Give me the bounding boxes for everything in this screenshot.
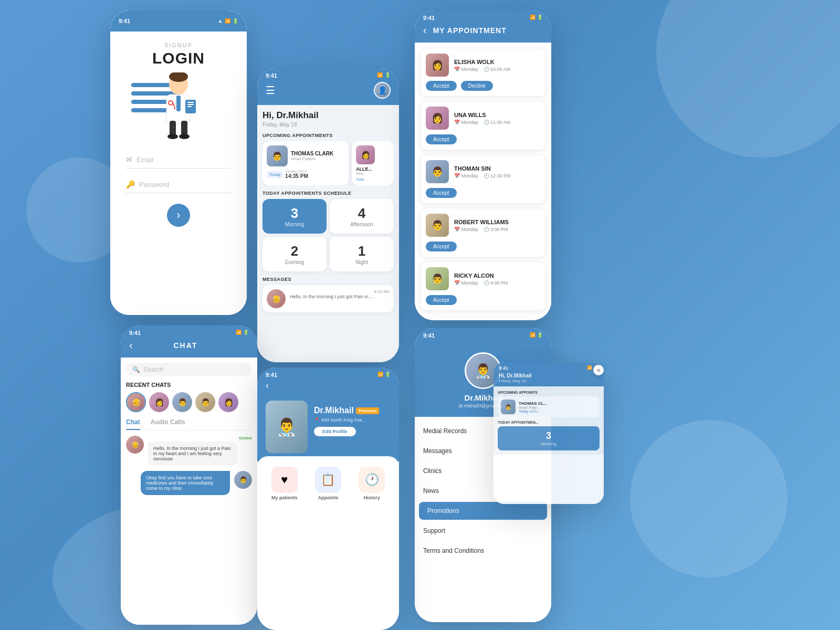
mini-morning-label: Morning bbox=[502, 442, 595, 446]
svg-point-7 bbox=[179, 134, 190, 139]
appointment-card-2[interactable]: 👩 ALLE... Hea... Toda... bbox=[352, 141, 394, 185]
robert-accept-btn[interactable]: Accept bbox=[426, 242, 457, 251]
patient-item-3[interactable]: 👨 THOMAN SIN 📅 Monday 🕙 12:30 PM Accept bbox=[420, 154, 546, 204]
dash-status-icons: 📶🔋 bbox=[377, 72, 391, 79]
chat-avatar-1[interactable]: 👴 bbox=[126, 392, 146, 412]
patient-item-5[interactable]: 👨 RICKY ALCON 📅 Monday 🕙 4:00 PM Accept bbox=[420, 261, 546, 311]
afternoon-count: 4 bbox=[336, 205, 387, 222]
search-icon: 🔍 bbox=[132, 366, 140, 373]
heart-icon: ♥ bbox=[271, 467, 298, 493]
una-accept-btn[interactable]: Accept bbox=[426, 134, 457, 144]
search-bar[interactable]: 🔍 Search bbox=[126, 363, 252, 376]
morning-count: 3 bbox=[269, 205, 320, 222]
message-time: 8:32 AM bbox=[290, 289, 390, 294]
una-name: UNA WILLS bbox=[454, 112, 510, 118]
patient-item-1[interactable]: 👩 ELISHA WOLK 📅 Monday 🕙 10:00 AM Accept… bbox=[420, 48, 546, 97]
patient-back-button[interactable]: ‹ bbox=[266, 380, 391, 391]
thoman-accept-btn[interactable]: Accept bbox=[426, 188, 457, 198]
profile-status-icons: 📶🔋 bbox=[530, 332, 543, 339]
message-avatar: 👴 bbox=[267, 289, 286, 308]
mini-morning-count: 3 bbox=[502, 430, 595, 442]
patient1-time: 14:35 PM bbox=[285, 173, 308, 179]
robert-day: 📅 Monday bbox=[454, 227, 478, 232]
mini-morning-card[interactable]: 3 Morning bbox=[498, 426, 600, 450]
appoints-icon-item[interactable]: 📋 Appoints bbox=[315, 467, 341, 500]
chat-avatar-4[interactable]: 👨 bbox=[195, 392, 215, 412]
patient1-date: 18 May 2019 bbox=[285, 170, 308, 173]
evening-count: 2 bbox=[269, 243, 320, 259]
history-icon-item[interactable]: 🕐 History bbox=[359, 467, 385, 500]
password-field[interactable]: 🔑 Password bbox=[126, 176, 231, 193]
elisha-accept-btn[interactable]: Accept bbox=[426, 81, 457, 91]
patient2-day: Toda... bbox=[356, 177, 390, 181]
menu-promotions[interactable]: Promotions bbox=[419, 502, 547, 520]
login-status-time: 9:41 bbox=[119, 18, 130, 24]
mini-apt-card[interactable]: 👨 THOMAS CL... Heart Patie... Today 14:3… bbox=[498, 396, 600, 417]
chat-msg-avatar-1: 👴 bbox=[126, 436, 144, 454]
email-icon: ✉ bbox=[126, 155, 132, 164]
calendar-icon: 📋 bbox=[315, 467, 341, 493]
svg-rect-10 bbox=[187, 104, 194, 105]
email-field[interactable]: ✉ Email bbox=[126, 151, 231, 169]
my-patients-label: My patients bbox=[271, 495, 298, 500]
chat-back-button[interactable]: ‹ bbox=[129, 339, 133, 351]
appointment-card-1[interactable]: 👨 THOMAS CLARK Heart Patient Today 18 Ma… bbox=[262, 141, 349, 185]
robert-name: ROBERT WILLIAMS bbox=[454, 219, 509, 225]
login-screen: 9:41 ▲📶🔋 SIGNUP LOGIN bbox=[110, 10, 247, 315]
login-title: LOGIN bbox=[126, 49, 231, 67]
schedule-afternoon[interactable]: 4 Afternoon bbox=[330, 199, 394, 234]
email-placeholder: Email bbox=[136, 156, 154, 164]
appt-status-icons: 📶🔋 bbox=[530, 15, 543, 21]
thoman-day: 📅 Monday bbox=[454, 173, 478, 178]
schedule-night[interactable]: 1 Night bbox=[330, 237, 394, 271]
menu-support[interactable]: Support bbox=[415, 521, 551, 541]
patient-item-4[interactable]: 👨 ROBERT WILLIAMS 📅 Monday 🕙 3:00 PM Acc… bbox=[420, 208, 546, 257]
mini-upcoming-label: UPCOMING APPOINTS bbox=[498, 391, 600, 394]
user-avatar[interactable]: 👤 bbox=[374, 82, 391, 99]
overlay-close-button[interactable]: ✕ bbox=[593, 365, 604, 375]
ricky-name: RICKY ALCON bbox=[454, 272, 508, 279]
online-badge: Online bbox=[148, 436, 252, 440]
chat-screen-title: CHAT bbox=[139, 341, 232, 350]
patient1-type: Heart Patient bbox=[291, 156, 333, 161]
thoman-avatar: 👨 bbox=[426, 160, 449, 183]
messages-title: MESSAGES bbox=[262, 277, 394, 282]
elisha-avatar: 👩 bbox=[426, 54, 449, 77]
patient2-name: ALLE... bbox=[356, 166, 390, 172]
schedule-evening[interactable]: 2 Evening bbox=[262, 237, 327, 271]
chat-avatar-2[interactable]: 👩 bbox=[149, 392, 169, 412]
patient-icons: ♥ My patients 📋 Appoints 🕐 History bbox=[262, 467, 394, 500]
message-text: Hello, In the morning I just got Pain in… bbox=[290, 294, 390, 299]
history-icon: 🕐 bbox=[359, 467, 385, 493]
svg-rect-3 bbox=[176, 96, 181, 111]
password-placeholder: Password bbox=[139, 181, 169, 188]
edit-profile-button[interactable]: Edit Profile bbox=[314, 427, 356, 436]
ricky-accept-btn[interactable]: Accept bbox=[426, 295, 457, 305]
chat-tab[interactable]: Chat bbox=[126, 418, 140, 430]
mini-apt-name: THOMAS CL... bbox=[519, 401, 547, 406]
ricky-avatar: 👨 bbox=[426, 267, 449, 290]
my-patients-icon[interactable]: ♥ My patients bbox=[271, 467, 298, 500]
hamburger-menu[interactable]: ☰ bbox=[266, 84, 275, 97]
chat-message-2: Okay first you have to take your medicin… bbox=[126, 471, 252, 495]
recent-chats-label: RECENT CHATS bbox=[126, 382, 252, 388]
patient-item-2[interactable]: 👩 UNA WILLS 📅 Monday 🕙 11:30 AM Accept bbox=[420, 101, 546, 150]
svg-rect-9 bbox=[187, 102, 194, 103]
elisha-decline-btn[interactable]: Decline bbox=[461, 81, 493, 91]
mini-date: Friday, May 19 bbox=[499, 379, 598, 383]
patient1-avatar: 👨 bbox=[267, 145, 288, 166]
chat-avatar-3[interactable]: 👨 bbox=[172, 392, 192, 412]
signup-label: SIGNUP bbox=[126, 42, 231, 48]
mini-schedule-label: TODAY APPOINTMEN... bbox=[498, 421, 600, 424]
night-label: Night bbox=[336, 259, 387, 265]
chat-avatar-5[interactable]: 👩 bbox=[218, 392, 238, 412]
appt-back-button[interactable]: ‹ bbox=[423, 24, 427, 36]
message-card[interactable]: 👴 8:32 AM Hello, In the morning I just g… bbox=[262, 285, 394, 312]
una-avatar: 👩 bbox=[426, 107, 449, 130]
doctor-name: Dr.Mikhail Premium bbox=[314, 406, 379, 415]
chat-bubble-1: Hello, In the morning I just got a Pain … bbox=[148, 442, 237, 466]
login-button[interactable]: › bbox=[167, 204, 190, 227]
schedule-morning[interactable]: 3 Morning bbox=[262, 199, 327, 234]
audio-calls-tab[interactable]: Audio Calls bbox=[151, 418, 185, 430]
menu-terms[interactable]: Terms and Conditions bbox=[415, 541, 551, 561]
